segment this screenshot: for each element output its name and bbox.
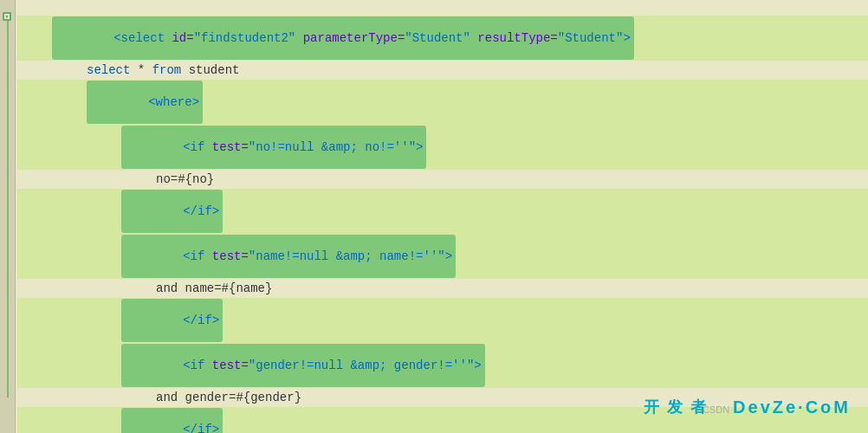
line-7-highlight: <if test="name!=null &amp; name!=''"> (121, 235, 456, 278)
line-10: <if test="gender!=null &amp; gender!=''"… (17, 343, 868, 388)
line-4-highlight: <if test="no!=null &amp; no!=''"> (121, 126, 426, 169)
line-12-highlight: </if> (121, 408, 223, 433)
line-8: and name=#{name} (17, 279, 868, 298)
line-2-text: select (87, 63, 130, 77)
line-8-text: and name=#{name} (156, 281, 272, 295)
kaifazhe-text: 开 发 者 (644, 398, 708, 416)
line-3: <where> (17, 80, 868, 125)
watermark-text: DevZe·CoM (733, 397, 851, 417)
kaifazhe-label: 开 发 者 (644, 397, 708, 417)
line-6-highlight: </if> (121, 190, 223, 233)
line-10-highlight: <if test="gender!=null &amp; gender!=''"… (121, 344, 485, 387)
line-2: select * from student (17, 61, 868, 80)
line-9-highlight: </if> (121, 299, 223, 342)
line-5: no=#{no} (17, 170, 868, 189)
line-9: </if> (17, 298, 868, 343)
code-content: <select id="findstudent2" parameterType=… (17, 9, 868, 433)
watermark-container: CSDN DevZe·CoM (703, 397, 851, 417)
line-7: <if test="name!=null &amp; name!=''"> (17, 234, 868, 279)
line-5-text: no=#{no} (156, 172, 214, 186)
line-1: <select id="findstudent2" parameterType=… (17, 16, 868, 61)
line-6: </if> (17, 189, 868, 234)
line-3-highlight: <where> (87, 81, 203, 124)
left-gutter: ▾ (0, 0, 16, 433)
line-4: <if test="no!=null &amp; no!=''"> (17, 125, 868, 170)
line-1-highlight: <select id="findstudent2" parameterType=… (52, 16, 634, 60)
line-11-text: and gender=#{gender} (156, 391, 301, 404)
editor-area: ▾ <select id="findstudent2" parameterTyp… (0, 0, 868, 433)
